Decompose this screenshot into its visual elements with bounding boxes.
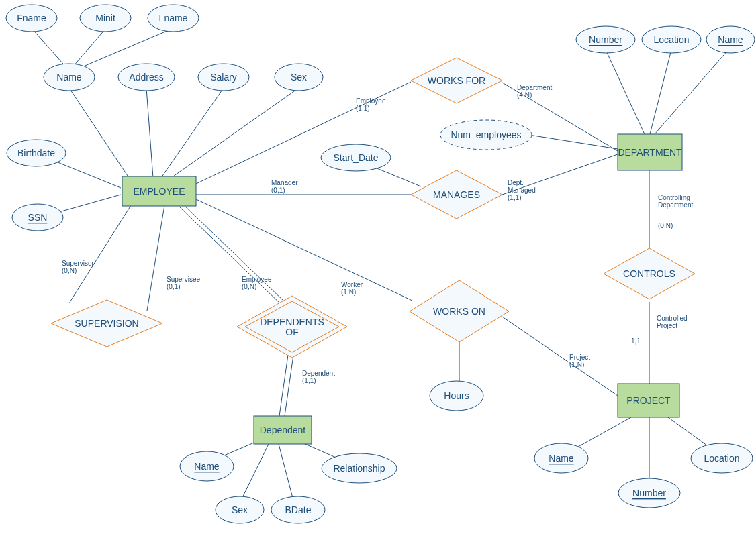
attr-name-label: Name bbox=[56, 72, 82, 83]
svg-line-5 bbox=[161, 88, 224, 178]
role-wf-department: Department(4,N) bbox=[517, 84, 552, 99]
rel-works-for-label: WORKS FOR bbox=[428, 75, 485, 86]
svg-line-0 bbox=[32, 28, 68, 69]
role-sv-supervisor: Supervisor(0,N) bbox=[62, 260, 94, 274]
svg-line-4 bbox=[146, 88, 153, 178]
role-ct-dept-card: (0,N) bbox=[658, 222, 673, 229]
entity-department-label: DEPARTMENT bbox=[618, 147, 682, 158]
svg-line-24 bbox=[502, 317, 618, 396]
attr-hours-label: Hours bbox=[444, 390, 469, 401]
svg-line-23 bbox=[195, 199, 412, 301]
attr-dep-sex-label: Sex bbox=[232, 504, 248, 515]
entity-employee-label: EMPLOYEE bbox=[133, 186, 185, 197]
rel-works-on-label: WORKS ON bbox=[433, 306, 485, 317]
role-mg-manager: Manager(0,1) bbox=[271, 179, 298, 194]
svg-line-28 bbox=[178, 205, 281, 305]
attr-salary-label: Salary bbox=[210, 72, 237, 83]
role-sv-supervisee: Supervisee(0,1) bbox=[167, 276, 200, 290]
attr-dept-name-label: Name bbox=[718, 34, 743, 45]
entity-project-label: PROJECT bbox=[626, 395, 671, 406]
svg-line-3 bbox=[69, 88, 129, 178]
attr-dep-name-label: Name bbox=[194, 461, 220, 472]
rel-dependents-of-label: DEPENDENTS bbox=[260, 317, 324, 327]
rel-controls-label: CONTROLS bbox=[623, 268, 675, 279]
attr-lname-label: Lname bbox=[159, 13, 188, 23]
role-do-employee: Employee(0,N) bbox=[242, 276, 272, 290]
svg-line-27 bbox=[147, 205, 164, 311]
svg-line-34 bbox=[279, 444, 294, 503]
role-mg-dept: Dept.Managed(1,1) bbox=[508, 179, 536, 201]
role-ct-proj-card: 1,1 bbox=[631, 337, 641, 345]
svg-line-31 bbox=[285, 350, 294, 416]
attr-proj-location-label: Location bbox=[704, 453, 740, 464]
attr-dept-number-label: Number bbox=[589, 34, 622, 45]
attr-fname-label: Fname bbox=[17, 13, 46, 23]
attr-num-employees-label: Num_employees bbox=[451, 129, 521, 140]
attr-sex-label: Sex bbox=[291, 72, 307, 83]
attr-birthdate-label: Birthdate bbox=[17, 148, 55, 158]
attr-dep-bdate-label: BDate bbox=[285, 504, 312, 515]
svg-line-6 bbox=[171, 88, 299, 178]
svg-line-14 bbox=[529, 135, 618, 149]
svg-line-2 bbox=[82, 28, 173, 67]
role-ct-dept: ControllingDepartment bbox=[658, 194, 693, 209]
svg-line-17 bbox=[655, 50, 728, 134]
attr-dept-location-label: Location bbox=[654, 34, 690, 45]
role-wo-project: Project(1,N) bbox=[569, 354, 590, 368]
svg-line-26 bbox=[69, 205, 131, 303]
svg-line-1 bbox=[73, 29, 105, 66]
rel-supervision-label: SUPERVISION bbox=[75, 318, 138, 329]
svg-line-16 bbox=[650, 50, 671, 134]
role-ct-proj: ControlledProject bbox=[657, 315, 688, 329]
attr-minit-label: Minit bbox=[95, 13, 115, 23]
attr-start-date-label: Start_Date bbox=[334, 152, 379, 163]
attr-address-label: Address bbox=[129, 72, 163, 83]
rel-manages-label: MANAGES bbox=[433, 189, 480, 200]
role-wf-employee: Employee(1,1) bbox=[356, 97, 386, 112]
attr-dep-relationship-label: Relationship bbox=[333, 463, 385, 474]
svg-line-30 bbox=[279, 350, 289, 416]
rel-dependents-of-label2: OF bbox=[285, 327, 298, 337]
attr-proj-name-label: Name bbox=[549, 453, 574, 464]
svg-line-33 bbox=[240, 444, 269, 503]
attr-ssn-label: SSN bbox=[28, 212, 48, 223]
svg-line-29 bbox=[181, 203, 285, 302]
entity-dependent-label: Dependent bbox=[260, 425, 306, 435]
svg-line-15 bbox=[606, 50, 645, 134]
er-diagram: .ent{fill:#B8DC9D;stroke:#1F4E79;stroke-… bbox=[0, 0, 756, 536]
role-wo-worker: Worker(1,N) bbox=[341, 281, 363, 296]
attr-proj-number-label: Number bbox=[632, 488, 666, 498]
role-do-dependent: Dependent(1,1) bbox=[302, 370, 335, 384]
